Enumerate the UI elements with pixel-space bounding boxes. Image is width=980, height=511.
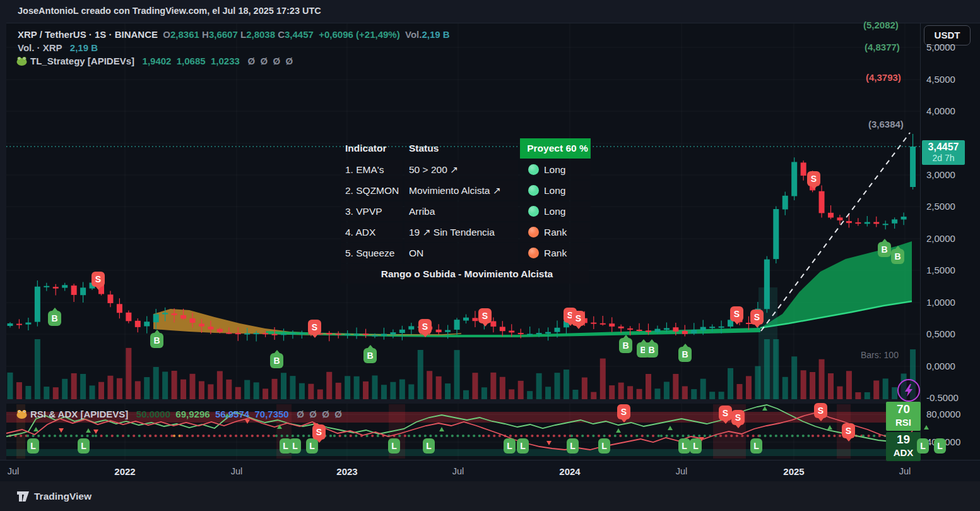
sell-signal-badge: S — [308, 320, 321, 335]
legend-text: 1,9402 — [134, 56, 171, 66]
long-signal-badge: L — [678, 438, 690, 454]
legend-text: Ø Ø Ø Ø — [240, 56, 293, 66]
long-signal-badge: L — [598, 438, 610, 454]
proyect-header: Proyect 60 % — [520, 138, 591, 159]
buy-signal-badge: B — [878, 242, 891, 257]
legend-text: L — [238, 29, 246, 40]
buy-signal-badge: B — [891, 249, 904, 264]
symbol-info-row[interactable]: XRP / TetherUS · 1S · BINANCE O2,8361 H3… — [18, 29, 450, 40]
table-row: 3. VPVPArribaLong — [341, 201, 591, 221]
legend-text: 2,8361 — [170, 29, 199, 40]
signal-cell: Long — [520, 201, 591, 221]
long-signal-badge: L — [690, 438, 702, 454]
sell-signal-badge: S — [572, 311, 585, 326]
axis-tick-label: 5,0000 — [926, 42, 955, 52]
table-cell: Status — [404, 138, 518, 159]
table-cell: 4. ADX — [341, 222, 403, 242]
buy-signal-badge: B — [270, 353, 283, 368]
tradingview-logo-text: TradingView — [34, 491, 92, 502]
volume-indicator-row[interactable]: Vol. · XRP 2,19 B — [18, 42, 98, 53]
adx-value-badge: 19ADX — [886, 432, 921, 461]
legend-text: O — [158, 29, 170, 40]
buy-signal-badge: B — [48, 311, 61, 326]
time-label-year: 2022 — [114, 466, 135, 477]
legend-text: XRP / TetherUS · 1S · BINANCE — [18, 29, 158, 40]
legend-text: 70,7350 — [249, 409, 289, 419]
rsi-adx-indicator-row[interactable]: RSI & ADX [APIDEVS] 50.0000 69,9296 56,9… — [30, 409, 342, 419]
long-signal-badge: L — [567, 438, 579, 454]
axis-tick-label: 1,5000 — [926, 265, 955, 275]
table-cell: Indicator — [341, 138, 403, 159]
legend-text: H — [199, 29, 209, 40]
legend-text: Vol. · XRP — [18, 42, 62, 53]
signal-cell: Rank — [520, 243, 591, 263]
axis-tick-label: 3,0000 — [926, 169, 955, 180]
short-signal-badge: S — [617, 404, 630, 419]
table-cell: 1. EMA's — [341, 160, 403, 179]
table-footer-text: Rango o Subida - Movimiento Alcista — [341, 264, 589, 284]
long-signal-badge: L — [388, 438, 400, 454]
bars-count-label: Bars: 100 — [861, 350, 899, 360]
legend-text: +0,6096 (+21,49%) — [314, 29, 400, 40]
long-signal-badge: L — [917, 438, 929, 454]
axis-tick-label: 0,5000 — [926, 328, 955, 339]
signal-cell: Rank — [520, 222, 591, 242]
short-signal-badge: S — [814, 403, 827, 418]
short-signal-badge: S — [842, 423, 855, 438]
long-signal-badge: L — [504, 438, 516, 454]
legend-text: 50.0000 — [128, 409, 170, 419]
price-target-label: (4,8377) — [865, 42, 900, 52]
table-cell: 5. Squeeze — [341, 243, 403, 263]
legend-text: 2,19 B — [62, 42, 98, 53]
axis-tick-label: 0,0000 — [926, 361, 955, 371]
short-signal-badge: S — [731, 410, 745, 425]
legend-text: RSI & ADX [APIDEVS] — [30, 409, 128, 419]
table-row: 2. SQZMONMovimiento Alcista ↗Long — [341, 181, 591, 200]
axis-tick-label: 80,0000 — [926, 409, 960, 419]
sell-signal-badge: S — [478, 308, 492, 323]
price-target-label: (5,2082) — [863, 20, 899, 30]
time-label-month: Jul — [899, 466, 911, 476]
table-cell: ON — [404, 243, 518, 263]
buy-signal-badge: B — [363, 348, 377, 363]
table-cell: 19 ↗ Sin Tendencia — [404, 222, 518, 242]
time-label-month: Jul — [452, 466, 464, 476]
buy-signal-badge: B — [678, 347, 692, 362]
tradingview-chart-window: JoseAntonioL creado con TradingView.com,… — [0, 0, 980, 511]
time-label-year: 2023 — [336, 466, 357, 477]
table-cell: 50 > 200 ↗ — [404, 160, 518, 179]
legend-text: TL_Strategy [APIDEVs] — [30, 56, 134, 66]
buy-signal-badge: B — [619, 338, 632, 353]
strategy-indicator-row[interactable]: TL_Strategy [APIDEVs] 1,9402 1,0685 1,02… — [30, 56, 293, 66]
buy-signal-badge: B — [150, 333, 163, 348]
legend-text: 56,9574 — [210, 409, 250, 419]
legend-text: 2,19 B — [422, 29, 449, 40]
long-signal-badge: L — [289, 438, 301, 454]
axis-tick-label: 1,0000 — [926, 297, 955, 308]
status-dot-icon — [528, 206, 539, 217]
legend-text: C — [275, 29, 285, 40]
legend-text: 1,0233 — [206, 56, 240, 66]
sell-signal-badge: S — [730, 306, 743, 322]
time-label-month: Jul — [8, 466, 20, 476]
tradingview-logo[interactable]: TradingView — [16, 491, 92, 502]
status-dot-icon — [528, 185, 539, 196]
time-label-year: 2024 — [559, 466, 580, 477]
legend-text: 3,4457 — [285, 29, 314, 40]
legend-text: Vol. — [400, 29, 422, 40]
instant-trading-button[interactable] — [897, 379, 920, 402]
sell-signal-badge: S — [750, 310, 764, 325]
long-signal-badge: L — [934, 438, 946, 454]
status-dot-icon — [528, 227, 539, 237]
indicator-status-table: IndicatorStatusProyect 60 %1. EMA's50 > … — [341, 138, 591, 285]
frog-icon — [16, 56, 27, 66]
current-price-label: 3,4457 2d 7h — [922, 140, 965, 165]
table-cell: Movimiento Alcista ↗ — [404, 181, 518, 200]
signal-cell: Long — [520, 181, 591, 200]
table-row: 4. ADX19 ↗ Sin TendenciaRank — [341, 222, 591, 242]
signal-cell: Long — [520, 160, 591, 179]
long-signal-badge: L — [78, 438, 90, 454]
long-signal-badge: L — [423, 438, 435, 454]
status-dot-icon — [528, 248, 539, 258]
status-dot-icon — [528, 164, 539, 175]
